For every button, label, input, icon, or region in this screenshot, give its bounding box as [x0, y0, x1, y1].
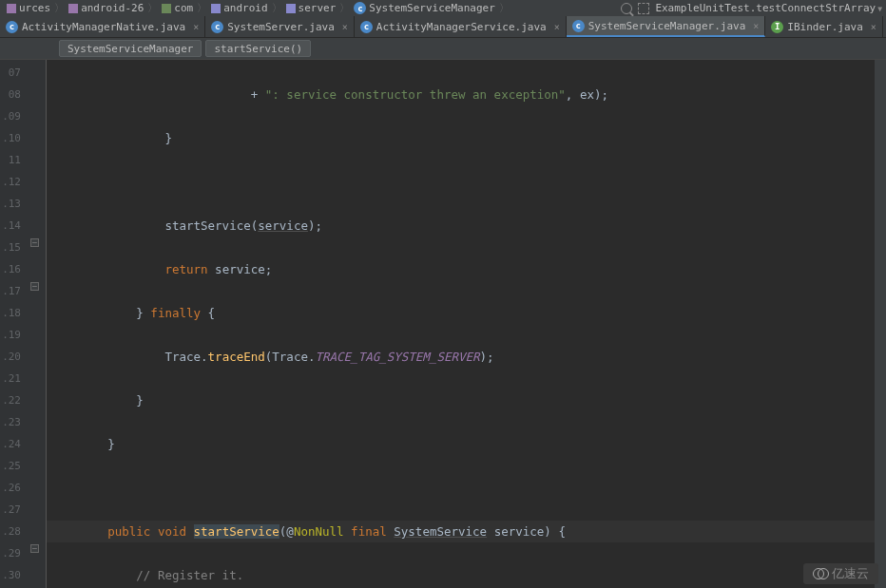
- editor-container: 0708.09.1011.12.13.14.15.16.17.18.19.20.…: [0, 60, 886, 588]
- watermark-logo-icon: [813, 568, 828, 579]
- package-icon: [286, 4, 296, 13]
- lib-icon: [7, 4, 16, 13]
- tab-system-server[interactable]: cSystemServer.java×: [205, 16, 355, 37]
- tab-activity-manager-native[interactable]: cActivityManagerNative.java×: [0, 16, 205, 37]
- fold-end-icon[interactable]: –: [30, 544, 39, 553]
- structure-nav-bar: SystemServiceManager startService(): [0, 38, 886, 60]
- run-configuration-selector[interactable]: ExampleUnitTest.testConnectStrArray▼: [655, 2, 882, 14]
- breadcrumb-item[interactable]: android: [208, 2, 270, 14]
- breadcrumb-item[interactable]: cSystemServiceManager: [351, 2, 497, 14]
- nav-class[interactable]: SystemServiceManager: [59, 40, 202, 57]
- close-icon[interactable]: ×: [554, 22, 560, 32]
- class-icon: c: [211, 21, 223, 33]
- fold-end-icon[interactable]: –: [30, 238, 39, 247]
- fold-gutter[interactable]: – – –: [27, 60, 46, 588]
- chevron-down-icon: ▼: [877, 5, 882, 13]
- class-icon: c: [354, 2, 366, 14]
- breadcrumb-item[interactable]: urces: [4, 2, 53, 14]
- breadcrumb-item[interactable]: android-26: [66, 2, 146, 14]
- breadcrumb-item[interactable]: com: [159, 2, 196, 14]
- lib-icon: [68, 4, 78, 13]
- class-icon: c: [572, 20, 585, 32]
- close-icon[interactable]: ×: [193, 22, 199, 32]
- close-icon[interactable]: ×: [342, 22, 348, 32]
- folder-icon: [162, 4, 171, 13]
- class-icon: c: [360, 21, 373, 33]
- vertical-scrollbar[interactable]: [875, 60, 886, 588]
- interface-icon: I: [771, 21, 783, 33]
- watermark: 亿速云: [803, 563, 878, 584]
- line-number-gutter[interactable]: 0708.09.1011.12.13.14.15.16.17.18.19.20.…: [0, 60, 27, 588]
- coverage-icon[interactable]: [638, 3, 649, 14]
- class-icon: c: [6, 21, 18, 33]
- code-editor[interactable]: + ": service constructor threw an except…: [47, 60, 875, 588]
- fold-start-icon[interactable]: –: [30, 282, 39, 291]
- breadcrumbs-bar: urces〉 android-26〉 com〉 android〉 server〉…: [0, 0, 886, 16]
- search-icon[interactable]: [621, 3, 632, 14]
- package-icon: [211, 4, 221, 13]
- nav-method[interactable]: startService(): [205, 40, 311, 57]
- tab-ibinder[interactable]: IIBinder.java×: [765, 16, 883, 37]
- breadcrumb-item[interactable]: server: [283, 2, 339, 14]
- close-icon[interactable]: ×: [871, 22, 876, 32]
- tab-activity-manager-service[interactable]: cActivityManagerService.java×: [355, 16, 567, 37]
- close-icon[interactable]: ×: [753, 21, 759, 31]
- editor-tabs: cActivityManagerNative.java× cSystemServ…: [0, 16, 886, 38]
- tab-system-service-manager[interactable]: cSystemServiceManager.java×: [567, 16, 766, 37]
